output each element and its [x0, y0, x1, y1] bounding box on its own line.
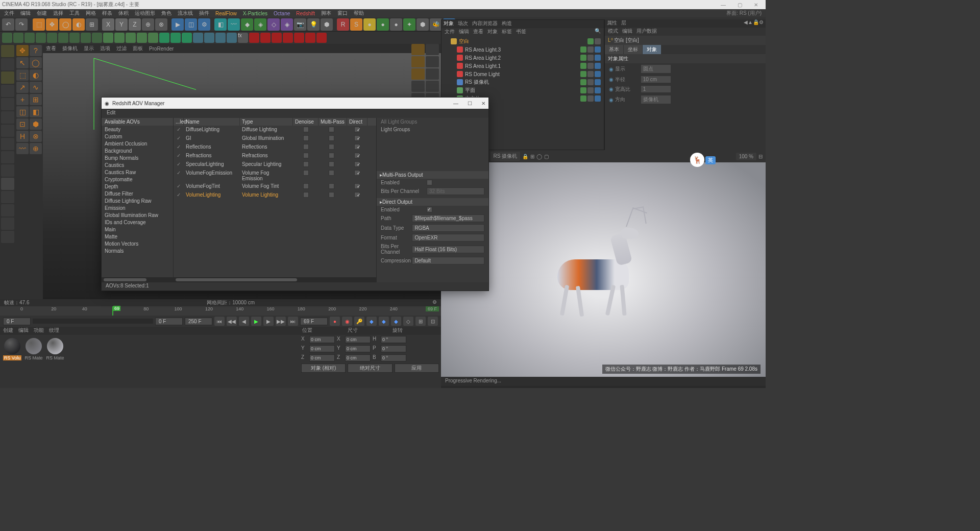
tool-icon[interactable] — [58, 33, 68, 43]
mode-icon[interactable] — [1, 58, 14, 70]
next-key-icon[interactable]: ▶▶ — [276, 317, 286, 326]
tool-icon[interactable]: ◐ — [30, 69, 42, 81]
move-axis-icon[interactable]: ✥ — [16, 45, 29, 56]
tool-icon[interactable]: ⊕ — [30, 143, 42, 154]
object-row[interactable]: 空白 — [445, 37, 601, 45]
attr-menu[interactable]: 编辑 — [622, 28, 632, 36]
cursor-icon[interactable]: ↖ — [16, 57, 29, 68]
plugin-icon[interactable]: ● — [390, 18, 402, 31]
available-aov-item[interactable]: Custom — [102, 133, 173, 140]
tool-icon[interactable] — [92, 33, 102, 43]
tool-icon[interactable]: ◧ — [30, 106, 42, 117]
attr-btab-basic[interactable]: 基本 — [605, 45, 623, 54]
start-frame[interactable]: 0 F — [3, 318, 31, 325]
attr-tab[interactable]: 属性 — [607, 19, 617, 28]
y-lock-icon[interactable]: Y — [115, 18, 128, 31]
coord-size-dropdown[interactable]: 绝对尺寸 — [348, 364, 392, 373]
om-tab-objects[interactable]: 对象 — [444, 20, 454, 28]
menu-xparticles[interactable]: X-Particles — [241, 11, 270, 16]
do-compression-dropdown[interactable]: Default — [412, 257, 484, 264]
available-aov-item[interactable]: Bump Normals — [102, 154, 173, 161]
available-aov-item[interactable]: Main — [102, 226, 173, 233]
pos-input[interactable] — [309, 354, 335, 361]
om-menu[interactable]: 标签 — [502, 28, 512, 36]
vp-tab[interactable]: 摄像机 — [62, 45, 78, 52]
vp-tab[interactable]: ProRender — [149, 46, 174, 52]
mat-tab[interactable]: 编辑 — [18, 327, 29, 335]
available-aov-item[interactable]: IDs and Coverage — [102, 219, 173, 226]
plugin-icon[interactable]: ● — [377, 18, 389, 31]
primitive-icon[interactable]: 〰 — [228, 18, 240, 31]
tool-icon[interactable] — [114, 33, 125, 43]
tool-icon[interactable] — [204, 33, 214, 43]
object-row[interactable]: RS Area Light.3 — [445, 45, 601, 54]
object-row[interactable]: RS Area Light.1 — [445, 62, 601, 70]
mode-icon[interactable] — [1, 231, 14, 243]
menu-item[interactable]: 运动图形 — [133, 10, 157, 17]
mode-icon[interactable] — [1, 204, 14, 216]
timeline-ruler[interactable]: 020406080100120140160180200220240 69 F — [0, 306, 441, 316]
aov-row[interactable]: ✓SpecularLightingSpecular Lighting — [174, 160, 376, 169]
aov-row[interactable]: ✓VolumeLightingVolume Lighting — [174, 191, 376, 200]
redo-icon[interactable]: ↷ — [15, 18, 28, 31]
menu-octane[interactable]: Octane — [272, 11, 292, 16]
menu-item[interactable]: 帮助 — [352, 10, 366, 17]
menu-item[interactable]: 样条 — [100, 10, 114, 17]
available-aov-item[interactable]: Beauty — [102, 126, 173, 133]
attr-btab-object[interactable]: 对象 — [643, 45, 661, 54]
menu-item[interactable]: 脚本 — [319, 10, 333, 17]
menu-item[interactable]: 文件 — [2, 10, 16, 17]
aov-row[interactable]: ✓ReflectionsReflections — [174, 143, 376, 152]
tool-icon[interactable] — [36, 33, 46, 43]
playhead[interactable] — [112, 306, 113, 316]
tool-icon[interactable]: ⊞ — [415, 317, 426, 326]
mode-icon[interactable] — [1, 191, 14, 203]
render-image[interactable]: 微信公众号：野鹿志 微博：野鹿志 作者：马鹿野郎 Frame 69 2.08s — [441, 162, 766, 377]
close-button[interactable]: ✕ — [748, 2, 764, 8]
dialog-maximize[interactable]: ☐ — [468, 101, 472, 106]
menu-item[interactable]: 插件 — [197, 10, 211, 17]
tool-icon[interactable]: ∿ — [30, 82, 42, 93]
plugin-icon[interactable]: 🐝 — [430, 18, 442, 31]
tool-icon[interactable]: ⊗ — [30, 131, 42, 142]
render-settings-icon[interactable]: ⚙ — [198, 18, 210, 31]
deformer-icon[interactable]: ◈ — [281, 18, 293, 31]
available-aov-item[interactable]: Global Illumination Raw — [102, 211, 173, 219]
record-icon[interactable]: ● — [330, 317, 340, 326]
goto-start-icon[interactable]: ⏮ — [214, 317, 225, 326]
snap-icon[interactable] — [1, 178, 14, 190]
minimize-button[interactable]: — — [716, 2, 731, 8]
col-denoise[interactable]: Denoise — [293, 118, 318, 126]
available-aov-item[interactable]: Background — [102, 147, 173, 154]
redshift-icon[interactable]: R — [337, 18, 349, 31]
tool-icon[interactable]: ⊡ — [428, 317, 438, 326]
mode-icon[interactable] — [1, 125, 14, 137]
tool-icon[interactable] — [193, 33, 203, 43]
tool-icon[interactable]: ⊗ — [155, 18, 167, 31]
available-aov-item[interactable]: Caustics Raw — [102, 168, 173, 176]
plugin-icon[interactable]: ● — [363, 18, 376, 31]
mat-tab[interactable]: 功能 — [34, 327, 44, 335]
size-input[interactable] — [345, 345, 371, 352]
key-param-icon[interactable]: ◇ — [403, 317, 413, 326]
key-pos-icon[interactable]: ◆ — [366, 317, 377, 326]
menu-item[interactable]: 创建 — [35, 10, 49, 17]
select-tool-icon[interactable]: ⬚ — [33, 18, 45, 31]
aov-row[interactable]: ✓RefractionsRefractions — [174, 152, 376, 160]
tool-icon[interactable]: ◐ — [72, 18, 85, 31]
col-name[interactable]: Name — [184, 118, 240, 126]
menu-redshift[interactable]: Redshift — [294, 11, 317, 16]
tool-icon[interactable] — [159, 33, 169, 43]
tool-icon[interactable] — [215, 33, 226, 43]
tool-icon[interactable] — [411, 44, 425, 55]
om-tab[interactable]: 内容浏览器 — [472, 20, 498, 28]
tool-icon[interactable]: ◯ — [30, 57, 42, 68]
tool-icon[interactable] — [170, 33, 181, 43]
prev-key-icon[interactable]: ◀◀ — [227, 317, 237, 326]
mp-bpc-dropdown[interactable]: 32 Bits — [427, 187, 484, 195]
attr-menu[interactable]: 用户数据 — [636, 28, 657, 36]
rs-icon[interactable] — [249, 33, 259, 43]
menu-item[interactable]: 体积 — [116, 10, 131, 17]
menu-realflow[interactable]: RealFlow — [213, 11, 239, 16]
col-enabled[interactable]: ...led — [174, 118, 184, 126]
